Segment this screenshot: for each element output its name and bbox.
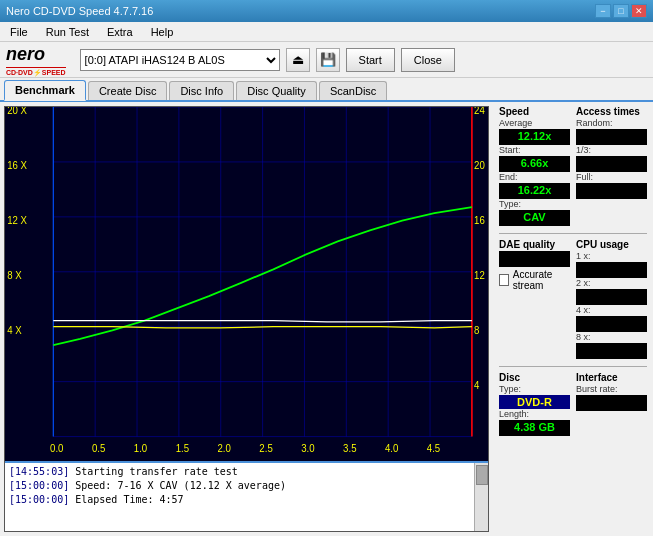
speed-section: Speed Average 12.12x Start: 6.66x End: 1… xyxy=(499,106,647,226)
disc-type-title: Disc xyxy=(499,372,570,383)
cpu-8x-value xyxy=(576,343,647,359)
full-value xyxy=(576,183,647,199)
svg-text:3.0: 3.0 xyxy=(301,443,315,455)
svg-text:24: 24 xyxy=(474,107,485,116)
cpu-4x-label: 4 x: xyxy=(576,305,647,315)
svg-text:12: 12 xyxy=(474,270,485,282)
interface-section: Interface Burst rate: xyxy=(576,372,647,436)
log-content: [14:55:03] Starting transfer rate test [… xyxy=(5,463,488,509)
chart-canvas: 20 X 16 X 12 X 8 X 4 X 24 20 16 12 8 4 0… xyxy=(5,107,488,461)
svg-text:12 X: 12 X xyxy=(7,215,27,227)
accurate-stream-row: Accurate stream xyxy=(499,269,570,291)
dae-value xyxy=(499,251,570,267)
chart-svg: 20 X 16 X 12 X 8 X 4 X 24 20 16 12 8 4 0… xyxy=(5,107,488,461)
svg-text:4.0: 4.0 xyxy=(385,443,399,455)
eject-icon[interactable]: ⏏ xyxy=(286,48,310,72)
svg-text:0.0: 0.0 xyxy=(50,443,64,455)
menu-extra[interactable]: Extra xyxy=(101,24,139,40)
tab-disc-quality[interactable]: Disc Quality xyxy=(236,81,317,100)
cpu-section: CPU usage 1 x: 2 x: 4 x: 8 x: xyxy=(576,239,647,359)
tab-create-disc[interactable]: Create Disc xyxy=(88,81,167,100)
menu-run-test[interactable]: Run Test xyxy=(40,24,95,40)
toolbar: nero CD·DVD⚡SPEED [0:0] ATAPI iHAS124 B … xyxy=(0,42,653,78)
start-label: Start: xyxy=(499,145,570,155)
disc-length-value: 4.38 GB xyxy=(499,420,570,436)
random-label: Random: xyxy=(576,118,647,128)
close-button-toolbar[interactable]: Close xyxy=(401,48,455,72)
cpu-8x-label: 8 x: xyxy=(576,332,647,342)
log-msg-3: Elapsed Time: 4:57 xyxy=(75,494,183,505)
svg-text:16 X: 16 X xyxy=(7,160,27,172)
full-label: Full: xyxy=(576,172,647,182)
disc-type-value: DVD-R xyxy=(499,395,570,409)
svg-text:1.0: 1.0 xyxy=(134,443,148,455)
svg-text:4.5: 4.5 xyxy=(427,443,441,455)
tab-benchmark[interactable]: Benchmark xyxy=(4,80,86,101)
svg-text:8: 8 xyxy=(474,324,480,336)
log-scrollbar[interactable] xyxy=(474,463,488,531)
disc-type-label: Type: xyxy=(499,384,570,394)
svg-text:2.0: 2.0 xyxy=(218,443,232,455)
start-value: 6.66x xyxy=(499,156,570,172)
svg-text:4: 4 xyxy=(474,379,480,391)
svg-text:0.5: 0.5 xyxy=(92,443,106,455)
log-area: [14:55:03] Starting transfer rate test [… xyxy=(5,461,488,531)
titlebar-title: Nero CD-DVD Speed 4.7.7.16 xyxy=(6,5,153,17)
svg-text:4 X: 4 X xyxy=(7,324,22,336)
cpu-title: CPU usage xyxy=(576,239,647,250)
titlebar-controls: − □ ✕ xyxy=(595,4,647,18)
disc-interface-row: Disc Type: DVD-R Length: 4.38 GB Interfa… xyxy=(499,372,647,438)
onethird-value xyxy=(576,156,647,172)
drive-selector[interactable]: [0:0] ATAPI iHAS124 B AL0S xyxy=(80,49,280,71)
average-value: 12.12x xyxy=(499,129,570,145)
log-time-1: [14:55:03] xyxy=(9,466,69,477)
type-value: CAV xyxy=(499,210,570,226)
menu-help[interactable]: Help xyxy=(145,24,180,40)
minimize-button[interactable]: − xyxy=(595,4,611,18)
close-button[interactable]: ✕ xyxy=(631,4,647,18)
log-msg-1: Starting transfer rate test xyxy=(75,466,238,477)
tab-scan-disc[interactable]: ScanDisc xyxy=(319,81,387,100)
log-entry-3: [15:00:00] Elapsed Time: 4:57 xyxy=(9,493,484,507)
tab-bar: Benchmark Create Disc Disc Info Disc Qua… xyxy=(0,78,653,102)
svg-text:8 X: 8 X xyxy=(7,270,22,282)
log-time-3: [15:00:00] xyxy=(9,494,69,505)
nero-logo-sub: CD·DVD⚡SPEED xyxy=(6,67,66,76)
svg-text:20: 20 xyxy=(474,160,485,172)
type-label: Type: xyxy=(499,199,570,209)
end-value: 16.22x xyxy=(499,183,570,199)
svg-text:20 X: 20 X xyxy=(7,107,27,116)
accurate-stream-checkbox[interactable] xyxy=(499,274,509,286)
titlebar: Nero CD-DVD Speed 4.7.7.16 − □ ✕ xyxy=(0,0,653,22)
svg-text:16: 16 xyxy=(474,215,485,227)
main-content: 20 X 16 X 12 X 8 X 4 X 24 20 16 12 8 4 0… xyxy=(0,102,653,536)
nero-logo-text: nero xyxy=(6,44,66,65)
random-value xyxy=(576,129,647,145)
dae-cpu-row: DAE quality Accurate stream CPU usage 1 … xyxy=(499,239,647,361)
chart-container: 20 X 16 X 12 X 8 X 4 X 24 20 16 12 8 4 0… xyxy=(4,106,489,532)
cpu-1x-value xyxy=(576,262,647,278)
log-entry-1: [14:55:03] Starting transfer rate test xyxy=(9,465,484,479)
log-time-2: [15:00:00] xyxy=(9,480,69,491)
disc-length-label: Length: xyxy=(499,409,570,419)
cpu-2x-value xyxy=(576,289,647,305)
maximize-button[interactable]: □ xyxy=(613,4,629,18)
log-scroll-thumb[interactable] xyxy=(476,465,488,485)
menu-file[interactable]: File xyxy=(4,24,34,40)
end-label: End: xyxy=(499,172,570,182)
svg-rect-0 xyxy=(5,107,488,461)
disc-section: Disc Type: DVD-R Length: 4.38 GB xyxy=(499,372,570,436)
average-label: Average xyxy=(499,118,570,128)
svg-text:2.5: 2.5 xyxy=(259,443,273,455)
tab-disc-info[interactable]: Disc Info xyxy=(169,81,234,100)
save-icon[interactable]: 💾 xyxy=(316,48,340,72)
start-button[interactable]: Start xyxy=(346,48,395,72)
dae-section: DAE quality Accurate stream xyxy=(499,239,570,359)
accurate-stream-label: Accurate stream xyxy=(513,269,570,291)
menubar: File Run Test Extra Help xyxy=(0,22,653,42)
right-panel: Speed Average 12.12x Start: 6.66x End: 1… xyxy=(493,102,653,536)
speed-title: Speed xyxy=(499,106,570,117)
cpu-4x-value xyxy=(576,316,647,332)
svg-text:3.5: 3.5 xyxy=(343,443,357,455)
access-title: Access times xyxy=(576,106,647,117)
